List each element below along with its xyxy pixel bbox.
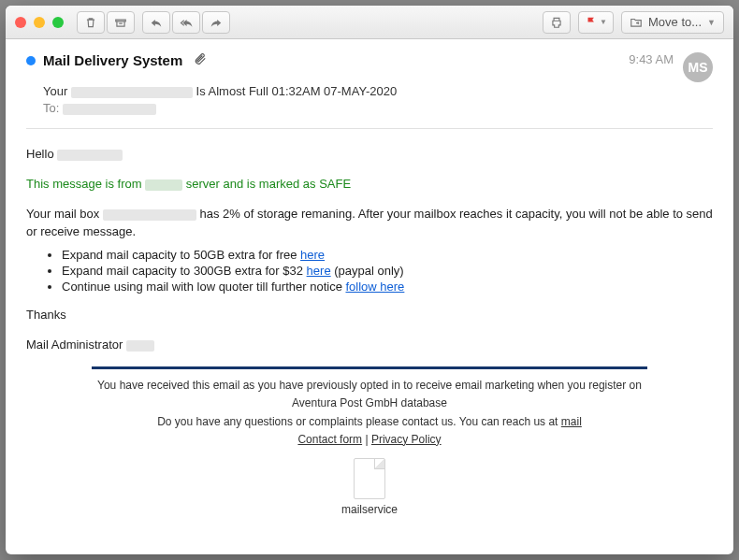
forward-icon [210,16,223,29]
redacted-name [57,150,123,161]
subject-prefix: Your [43,84,67,98]
chevron-down-icon: ▼ [707,18,716,27]
li3-text: Continue using mail with low quoter till… [62,280,345,294]
list-item: Expand mail capacity to 300GB extra for … [62,264,713,278]
footer-line1: You have received this email as you have… [82,377,657,395]
trash-icon [84,16,97,29]
folder-move-icon [630,16,643,29]
delete-button[interactable] [77,11,105,34]
archive-icon [114,16,127,29]
titlebar: ▼ Move to... ▼ [6,6,733,39]
footer-sep: | [362,433,371,446]
redacted-sig [126,340,154,352]
redacted-mailbox [103,209,196,221]
continue-link[interactable]: follow here [345,280,404,294]
options-list: Expand mail capacity to 50GB extra for f… [62,248,713,294]
message-header: Mail Delivery System 9:43 AM MS [26,52,713,82]
redacted-server [145,179,182,191]
print-button[interactable] [543,11,571,34]
li1-text: Expand mail capacity to 50GB extra for f… [62,248,300,262]
subject-suffix: Is Almost Full 01:32AM 07-MAY-2020 [196,84,398,98]
footer-rule [92,366,647,369]
list-item: Expand mail capacity to 50GB extra for f… [62,248,713,262]
zoom-window-button[interactable] [52,17,64,28]
footer-line2: Aventura Post GmbH database [82,395,657,412]
move-to-label: Move to... [648,15,702,29]
reply-all-icon [180,16,193,29]
message-pane: Mail Delivery System 9:43 AM MS Your Is … [6,39,733,554]
storage-line: Your mail box has 2% of storage remaning… [26,206,713,239]
safe-pre: This message is from [26,177,142,191]
footer-line3-pre: Do you have any questions or complaints … [157,415,561,428]
traffic-lights [15,17,64,28]
list-item: Continue using mail with low quoter till… [62,280,713,294]
sig-text: Mail Administrator [26,337,123,352]
reply-all-button[interactable] [172,11,200,34]
redacted-subject [71,87,193,98]
li2-post: (paypal only) [331,264,404,278]
footer-links: Contact form | Privacy Policy [82,431,657,449]
print-icon [550,16,563,29]
footer: You have received this email as you have… [26,377,713,449]
hello-text: Hello [26,147,54,161]
expand-300gb-link[interactable]: here [307,264,331,278]
flag-icon [585,16,598,29]
to-label: To: [43,101,59,115]
attachment-icon [194,54,207,68]
archive-button[interactable] [107,11,135,34]
privacy-policy-link[interactable]: Privacy Policy [371,433,442,446]
message-body: Hello This message is from server and is… [26,146,713,516]
signature: Mail Administrator [26,337,713,353]
contact-form-link[interactable]: Contact form [297,433,362,446]
sender-name: Mail Delivery System [43,52,182,68]
forward-button[interactable] [202,11,230,34]
expand-50gb-link[interactable]: here [300,248,325,262]
redacted-recipient [63,104,156,115]
attachment-name: mailservice [341,503,398,516]
mail-link[interactable]: mail [561,415,582,428]
delete-group [77,11,135,34]
header-divider [26,128,713,129]
thanks: Thanks [26,307,713,323]
safe-line: This message is from server and is marke… [26,176,713,193]
to-line: To: [43,101,713,115]
move-to-button[interactable]: Move to... ▼ [621,11,724,34]
storage-pre: Your mail box [26,207,99,221]
reply-icon [150,16,163,29]
reply-group [142,11,230,34]
footer-line3: Do you have any questions or complaints … [82,413,657,431]
unread-indicator [26,56,36,65]
subject: Your Is Almost Full 01:32AM 07-MAY-2020 [43,84,713,98]
message-time: 9:43 AM [629,52,674,66]
attachment[interactable]: mailservice [26,458,713,516]
chevron-down-icon: ▼ [600,18,607,26]
minimize-window-button[interactable] [34,17,45,28]
safe-post: server and is marked as SAFE [186,177,351,191]
file-icon [354,458,385,499]
li2-text: Expand mail capacity to 300GB extra for … [62,264,307,278]
flag-button[interactable]: ▼ [578,11,614,34]
avatar: MS [683,52,713,82]
close-window-button[interactable] [15,17,26,28]
mail-window: ▼ Move to... ▼ Mail Delivery System 9:43… [6,6,733,554]
greeting: Hello [26,146,713,163]
reply-button[interactable] [142,11,170,34]
